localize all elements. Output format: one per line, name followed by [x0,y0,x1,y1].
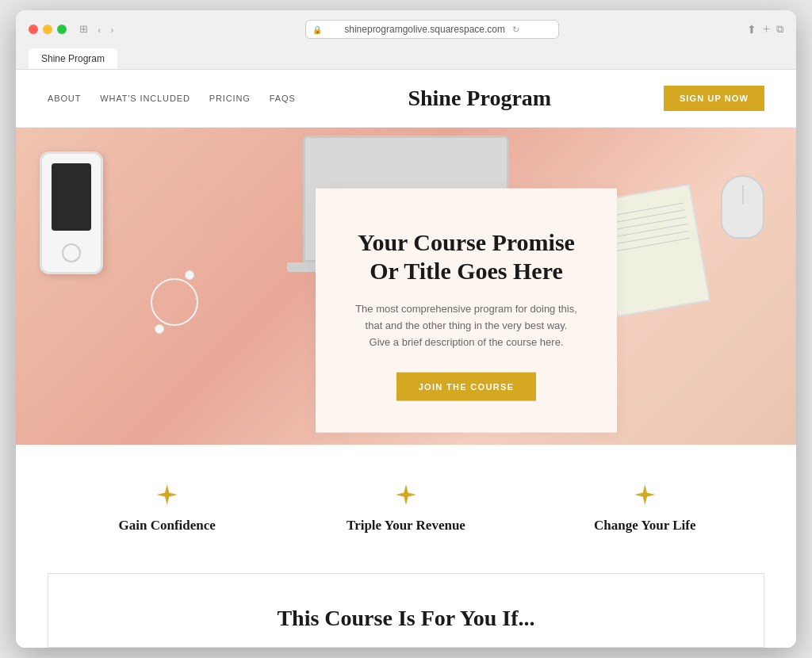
nav-links: ABOUT WHAT'S INCLUDED PRICING FAQS [48,94,296,103]
forward-icon[interactable]: › [107,21,117,37]
maximize-button[interactable] [57,25,67,34]
join-course-button[interactable]: JOIN THE COURSE [396,373,537,401]
tabs-icon[interactable]: ⧉ [776,23,783,36]
browser-chrome: ⊞ ‹ › shineprogramgolive.squarespace.com… [16,10,796,70]
browser-actions: ⬆ + ⧉ [747,22,783,36]
minimize-button[interactable] [43,25,52,34]
browser-window: ⊞ ‹ › shineprogramgolive.squarespace.com… [16,10,796,648]
star-icon-2 [396,484,416,505]
feature-gain-confidence: Gain Confidence [48,484,286,534]
url-text: shineprogramgolive.squarespace.com [344,24,505,35]
star-icon-3 [634,484,655,505]
reload-icon[interactable]: ↻ [512,25,519,34]
nav-link-pricing[interactable]: PRICING [209,94,251,103]
nav-link-faqs[interactable]: FAQS [270,94,296,103]
site-logo: Shine Program [296,86,664,111]
course-for-you-title: This Course Is For You If... [88,606,724,631]
navbar: ABOUT WHAT'S INCLUDED PRICING FAQS Shine… [16,70,796,128]
new-tab-icon[interactable]: + [763,22,770,36]
nav-link-about[interactable]: ABOUT [48,94,81,103]
hero-section: Your Course Promise Or Title Goes Here T… [16,128,796,445]
hero-title: Your Course Promise Or Title Goes Here [355,228,577,285]
nav-link-whats-included[interactable]: WHAT'S INCLUDED [100,94,190,103]
mouse-decoration [721,175,764,239]
feature-label-2: Triple Your Revenue [347,518,465,534]
active-tab[interactable]: Shine Program [29,48,117,69]
phone-decoration [40,151,103,274]
hero-title-line2: Or Title Goes Here [370,258,563,284]
course-for-you-section: This Course Is For You If... [48,573,764,648]
feature-change-life: Change Your Life [526,484,764,534]
hero-description: The most comprehensive program for doing… [355,301,577,350]
features-section: Gain Confidence Triple Your Revenue Chan… [16,445,796,565]
address-bar-container: shineprogramgolive.squarespace.com ↻ [127,20,737,39]
feature-label-3: Change Your Life [594,518,695,534]
earbuds-decoration [143,270,206,334]
traffic-lights [29,25,67,34]
sign-up-button[interactable]: SIGN UP NOW [664,86,764,111]
window-controls: ⊞ ‹ › [76,21,117,37]
hero-title-line1: Your Course Promise [358,229,575,255]
tab-title: Shine Program [41,53,105,64]
share-icon[interactable]: ⬆ [747,23,756,36]
feature-triple-revenue: Triple Your Revenue [286,484,525,534]
page-content: ABOUT WHAT'S INCLUDED PRICING FAQS Shine… [16,70,796,648]
back-icon[interactable]: ‹ [94,21,104,37]
sidebar-toggle-icon[interactable]: ⊞ [76,21,91,37]
browser-tabs: Shine Program [29,47,783,69]
address-bar[interactable]: shineprogramgolive.squarespace.com ↻ [305,20,559,39]
star-icon-1 [157,484,178,505]
close-button[interactable] [29,25,38,34]
feature-label-1: Gain Confidence [119,518,216,534]
hero-card: Your Course Promise Or Title Goes Here T… [316,189,617,433]
